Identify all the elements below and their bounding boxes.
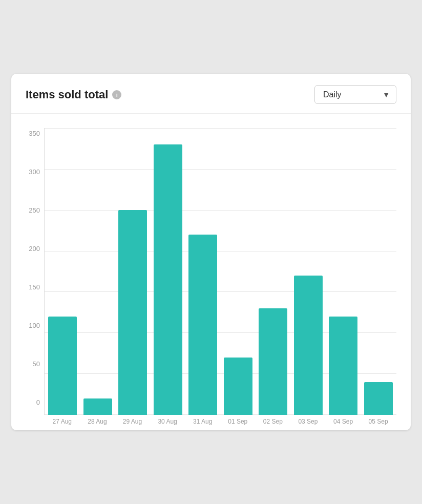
y-axis-label: 250	[22, 207, 44, 214]
x-axis-label: 28 Aug	[81, 418, 114, 425]
bar[interactable]	[48, 317, 77, 415]
info-icon[interactable]: i	[112, 90, 121, 99]
y-axis-label: 200	[22, 245, 44, 252]
chart-container: 050100150200250300350 27 Aug28 Aug29 Aug…	[22, 128, 396, 425]
x-axis-label: 30 Aug	[152, 418, 184, 425]
bar-group	[82, 128, 114, 415]
bar-group	[152, 128, 184, 415]
bar-group	[187, 128, 219, 415]
y-axis-label: 300	[22, 169, 44, 175]
y-axis-label: 100	[22, 322, 44, 329]
y-axis-label: 350	[22, 130, 44, 137]
card-title: Items sold total	[26, 88, 108, 101]
bars-row	[45, 128, 396, 415]
bar-group	[257, 128, 289, 415]
x-axis-label: 05 Sep	[362, 418, 394, 425]
bar[interactable]	[259, 308, 287, 415]
bars-and-grid	[44, 128, 396, 415]
bar-group	[363, 128, 395, 415]
items-sold-card: Items sold total i DailyWeeklyMonthly ▼ …	[11, 74, 411, 430]
bar-group	[117, 128, 149, 415]
x-axis-label: 31 Aug	[186, 418, 219, 425]
y-axis-label: 150	[22, 284, 44, 290]
y-axis: 050100150200250300350	[22, 128, 44, 425]
bar-group	[222, 128, 255, 415]
y-axis-label: 0	[22, 399, 44, 406]
chart-area: 050100150200250300350 27 Aug28 Aug29 Aug…	[11, 114, 411, 430]
header-left: Items sold total i	[26, 88, 121, 101]
x-axis-label: 04 Sep	[327, 418, 360, 425]
bar[interactable]	[118, 210, 147, 415]
bar[interactable]	[364, 382, 393, 415]
card-header: Items sold total i DailyWeeklyMonthly ▼	[11, 74, 411, 114]
bar-group	[47, 128, 79, 415]
bar[interactable]	[83, 398, 112, 415]
period-dropdown[interactable]: DailyWeeklyMonthly	[314, 85, 396, 104]
y-axis-label: 50	[22, 361, 44, 367]
x-axis-label: 02 Sep	[257, 418, 289, 425]
x-labels: 27 Aug28 Aug29 Aug30 Aug31 Aug01 Sep02 S…	[44, 418, 396, 425]
bar[interactable]	[329, 317, 357, 415]
bar[interactable]	[224, 358, 252, 415]
bar[interactable]	[154, 144, 182, 415]
x-axis-label: 01 Sep	[222, 418, 254, 425]
dropdown-wrapper[interactable]: DailyWeeklyMonthly ▼	[314, 85, 396, 104]
chart-body: 27 Aug28 Aug29 Aug30 Aug31 Aug01 Sep02 S…	[44, 128, 396, 425]
x-axis-label: 29 Aug	[116, 418, 149, 425]
bar[interactable]	[294, 276, 323, 415]
x-axis-label: 27 Aug	[46, 418, 78, 425]
bar-group	[292, 128, 325, 415]
bar[interactable]	[188, 235, 217, 415]
x-axis-label: 03 Sep	[292, 418, 324, 425]
bar-group	[327, 128, 360, 415]
